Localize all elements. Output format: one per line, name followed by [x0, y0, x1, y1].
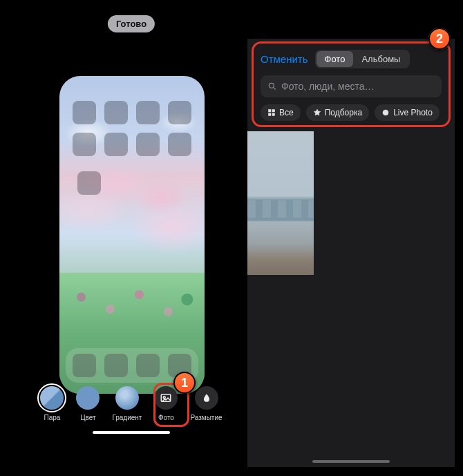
style-label: Фото [158, 414, 174, 421]
svg-line-3 [273, 87, 275, 89]
chip-featured[interactable]: Подборка [306, 104, 369, 121]
app-placeholder [136, 354, 160, 377]
app-placeholder [168, 133, 191, 156]
home-icon-grid [73, 101, 191, 156]
live-photo-icon [381, 108, 390, 117]
customize-screen: Готово Пара Ц [28, 10, 235, 438]
chip-label: Подборка [325, 108, 362, 117]
chip-label: Live Photo [393, 108, 433, 117]
app-placeholder [104, 101, 128, 124]
app-placeholder [168, 101, 191, 124]
color-swatch-icon [76, 386, 100, 410]
tab-photos[interactable]: Фото [316, 51, 354, 67]
photo-swatch-icon [154, 386, 178, 410]
app-placeholder [104, 354, 128, 377]
style-row: Пара Цвет Градиент Фото [28, 386, 235, 421]
annotation-badge-2: 2 [428, 28, 451, 50]
svg-point-1 [164, 397, 166, 399]
search-placeholder: Фото, люди, места… [281, 81, 375, 92]
style-label: Пара [44, 414, 60, 421]
style-pair[interactable]: Пара [40, 386, 64, 421]
filter-chips: Все Подборка Live Photo Природа [261, 104, 442, 121]
gradient-swatch-icon [115, 386, 139, 410]
cancel-button[interactable]: Отменить [261, 53, 308, 65]
chip-live-photo[interactable]: Live Photo [375, 104, 440, 121]
svg-point-2 [269, 83, 274, 88]
app-placeholder [104, 133, 128, 156]
svg-point-9 [383, 110, 388, 115]
home-indicator [93, 431, 170, 434]
annotation-badge-1: 1 [173, 372, 196, 394]
picker-top-row: Отменить Фото Альбомы [261, 49, 442, 68]
search-icon [267, 82, 277, 91]
app-placeholder [73, 101, 96, 124]
app-placeholder [136, 101, 160, 124]
search-field[interactable]: Фото, люди, места… [261, 75, 442, 97]
svg-rect-7 [272, 113, 275, 116]
svg-rect-5 [272, 110, 275, 113]
style-label: Размытие [190, 414, 222, 421]
blur-swatch-icon [195, 386, 218, 410]
style-photo[interactable]: Фото [154, 386, 178, 421]
star-icon [313, 108, 321, 117]
home-indicator [312, 460, 390, 463]
pair-swatch-icon [40, 386, 64, 410]
tab-albums[interactable]: Альбомы [353, 51, 408, 67]
svg-rect-6 [269, 113, 272, 116]
style-label: Градиент [112, 414, 142, 421]
chip-all[interactable]: Все [261, 104, 301, 121]
app-placeholder [73, 133, 96, 156]
svg-rect-4 [269, 110, 272, 113]
picker-tabs: Фото Альбомы [315, 50, 410, 68]
app-placeholder [136, 133, 160, 156]
picker-header: Отменить Фото Альбомы Фото, люди, места…… [252, 41, 451, 127]
grid-icon [267, 108, 276, 117]
app-placeholder [73, 354, 96, 377]
photo-picker-screen: Отменить Фото Альбомы Фото, люди, места…… [247, 39, 455, 467]
app-placeholder [77, 171, 101, 195]
style-color[interactable]: Цвет [76, 386, 100, 421]
chip-label: Все [279, 108, 294, 117]
style-gradient[interactable]: Градиент [112, 386, 142, 421]
style-label: Цвет [80, 414, 95, 421]
done-button[interactable]: Готово [108, 15, 155, 32]
photo-thumbnail[interactable] [247, 131, 314, 275]
wallpaper-preview[interactable] [59, 76, 205, 394]
style-blur[interactable]: Размытие [190, 386, 222, 421]
home-icon-grid-extra [77, 171, 101, 195]
